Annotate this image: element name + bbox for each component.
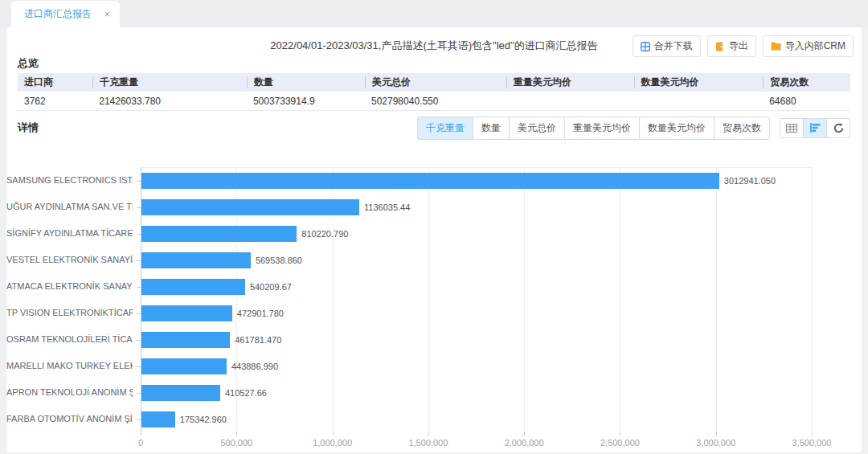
overview-cell: 21426033.780 xyxy=(92,96,247,107)
import-crm-button[interactable]: 导入内部CRM xyxy=(763,35,854,57)
category-axis-tick xyxy=(137,260,141,261)
metric-tab-button[interactable]: 重量美元均价 xyxy=(564,117,640,140)
bar-value-label: 461781.470 xyxy=(235,335,281,345)
category-label: ATMACA ELEKTRONİK SANAYİ VE Tİ... xyxy=(6,281,133,291)
bar-value-label: 175342.960 xyxy=(180,415,227,424)
category-label: OSRAM TEKNOLOJİLERİ TİCARET AN... xyxy=(6,334,133,344)
x-axis-tick xyxy=(812,432,813,436)
overview-table: 进口商千克重量数量美元总价重量美元均价数量美元均价贸易次数 3762214260… xyxy=(18,73,850,111)
view-toggle-group xyxy=(780,118,850,138)
bar xyxy=(141,385,220,401)
x-axis-tick xyxy=(524,432,525,436)
category-label: SİGNİFY AYDINLATMA TİCARET ANO... xyxy=(6,228,133,238)
overview-data-row: 376221426033.7805003733914.9502798040.55… xyxy=(18,92,850,111)
table-view-button[interactable] xyxy=(780,118,804,138)
overview-column-header: 数量 xyxy=(247,76,365,88)
metric-tab-button[interactable]: 数量美元均价 xyxy=(639,117,714,140)
bar-value-label: 3012941.050 xyxy=(724,176,776,186)
merge-download-label: 合并下载 xyxy=(654,39,693,53)
x-axis-tick-label: 0 xyxy=(138,438,143,448)
bar-value-label: 410527.66 xyxy=(225,388,267,398)
detail-section-title: 详情 xyxy=(18,121,39,135)
overview-column-header: 重量美元均价 xyxy=(506,76,634,88)
category-label: SAMSUNG ELECTRONICS ISTANBUL P... xyxy=(6,175,133,185)
x-gridline xyxy=(428,167,429,432)
category-label: APRON TEKNOLOJİ ANONİM ŞİRKETİ xyxy=(6,387,133,397)
refresh-button[interactable] xyxy=(826,118,850,138)
overview-cell: 3762 xyxy=(18,96,92,107)
x-axis-tick-label: 1,000,000 xyxy=(313,438,352,448)
bar-value-label: 1136035.44 xyxy=(364,202,410,212)
metric-toggle-group: 千克重量数量美元总价重量美元均价数量美元均价贸易次数 xyxy=(417,117,770,140)
bar xyxy=(141,173,719,189)
merge-download-icon xyxy=(641,42,650,51)
overview-column-header: 千克重量 xyxy=(92,76,247,88)
category-label: VESTEL ELEKTRONİK SANAYİ VE Tİ... xyxy=(6,255,133,264)
bar xyxy=(141,305,232,321)
overview-cell: 502798040.550 xyxy=(365,96,506,107)
overview-cell: 5003733914.9 xyxy=(247,96,365,107)
overview-header-row: 进口商千克重量数量美元总价重量美元均价数量美元均价贸易次数 xyxy=(18,73,850,92)
category-label: UĞUR AYDINLATMA SAN.VE TİC.LTD... xyxy=(6,202,133,211)
import-crm-icon xyxy=(771,42,781,51)
bar xyxy=(141,332,230,348)
x-axis-tick-label: 3,500,000 xyxy=(792,438,832,448)
table-view-icon xyxy=(786,124,797,133)
overview-column-header: 数量美元均价 xyxy=(634,76,764,88)
tab-importer-summary-report[interactable]: 进口商汇总报告 × xyxy=(11,1,120,27)
bar xyxy=(141,199,359,215)
export-label: 导出 xyxy=(729,39,748,53)
close-icon[interactable]: × xyxy=(104,10,110,19)
category-label: MARELLI MAKO TURKEY ELEKTRİK S... xyxy=(6,361,133,370)
bar-chart: 0500,0001,000,0001,500,0002,000,0002,500… xyxy=(6,157,862,446)
x-axis-tick xyxy=(428,432,429,436)
overview-column-header: 贸易次数 xyxy=(763,76,850,88)
bar xyxy=(141,226,297,242)
bar-value-label: 540209.67 xyxy=(250,282,292,292)
metric-tab-active[interactable]: 千克重量 xyxy=(417,117,473,140)
bar-value-label: 810220.790 xyxy=(301,229,348,239)
bar-value-label: 569538.860 xyxy=(256,256,302,265)
bar-chart-view-icon xyxy=(810,123,821,133)
x-gridline xyxy=(716,167,717,432)
x-gridline xyxy=(812,167,813,432)
bar-value-label: 472901.780 xyxy=(237,309,284,318)
category-axis-tick xyxy=(137,287,141,288)
category-axis-tick xyxy=(137,340,141,341)
overview-column-header: 美元总价 xyxy=(365,76,506,88)
category-axis-tick xyxy=(137,366,141,367)
x-axis-tick-label: 2,500,000 xyxy=(600,438,640,448)
metric-tab-button[interactable]: 美元总价 xyxy=(509,117,565,140)
category-label: TP VISION ELEKTRONİKTİCARET AN... xyxy=(6,308,133,317)
metric-tab-button[interactable]: 数量 xyxy=(473,117,510,140)
plot-top-border xyxy=(141,167,812,168)
export-icon xyxy=(715,42,725,51)
bar xyxy=(141,411,175,427)
tab-bar: 进口商汇总报告 × xyxy=(0,0,868,27)
refresh-icon xyxy=(833,123,844,133)
detail-controls: 千克重量数量美元总价重量美元均价数量美元均价贸易次数 xyxy=(417,117,850,140)
overview-cell: 64680 xyxy=(763,96,850,107)
bar-chart-view-button[interactable] xyxy=(803,118,827,138)
x-axis-tick-label: 1,500,000 xyxy=(408,438,448,448)
merge-download-button[interactable]: 合并下载 xyxy=(633,35,701,57)
category-axis-tick xyxy=(137,181,141,182)
x-axis-tick-label: 3,000,000 xyxy=(696,438,735,448)
category-axis-tick xyxy=(137,393,141,394)
overview-section-title: 总览 xyxy=(18,56,39,71)
category-axis-tick xyxy=(137,313,141,314)
bar-value-label: 443886.990 xyxy=(231,362,278,371)
category-axis-tick xyxy=(137,207,141,208)
tab-title: 进口商汇总报告 xyxy=(24,7,92,21)
x-axis-tick xyxy=(716,432,717,436)
x-axis-tick xyxy=(236,432,237,436)
export-button[interactable]: 导出 xyxy=(707,35,756,57)
category-axis-tick xyxy=(137,419,141,420)
metric-tab-button[interactable]: 贸易次数 xyxy=(714,117,770,140)
x-axis-tick-label: 500,000 xyxy=(220,438,252,448)
x-gridline xyxy=(524,167,525,432)
x-axis-tick xyxy=(620,432,620,436)
detail-bar: 详情 千克重量数量美元总价重量美元均价数量美元均价贸易次数 xyxy=(18,117,850,139)
bar xyxy=(141,279,245,295)
bar xyxy=(141,252,251,268)
